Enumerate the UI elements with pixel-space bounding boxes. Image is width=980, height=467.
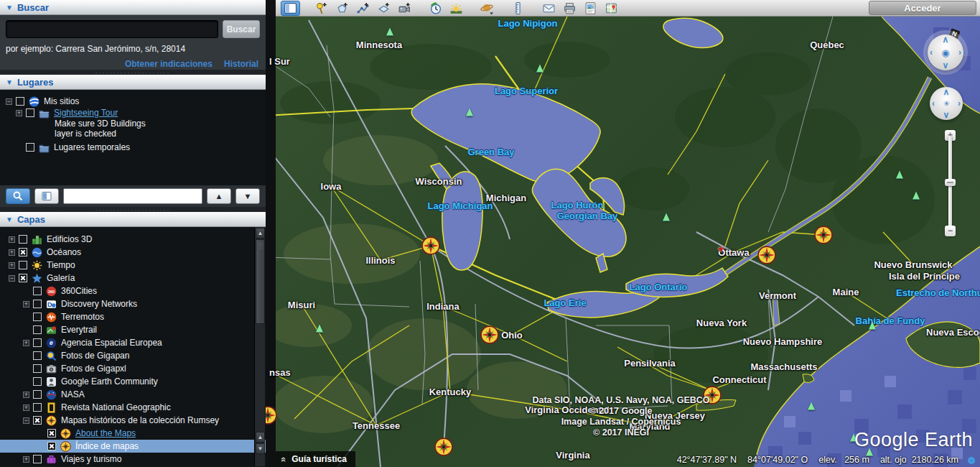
move-joystick[interactable]: ∧ ∨ ‹ › ✳ bbox=[930, 87, 963, 120]
layer-row[interactable]: Google Earth Community bbox=[0, 375, 254, 388]
layer-row[interactable]: Viajes al aire libre de Trimble bbox=[0, 466, 254, 466]
layer-row[interactable]: Everytrail bbox=[0, 323, 254, 336]
tour-guide-bar[interactable]: « Guía turística bbox=[276, 451, 355, 467]
expand-expander[interactable]: + bbox=[16, 110, 22, 116]
layer-checkbox[interactable] bbox=[19, 235, 27, 244]
expander[interactable]: + bbox=[23, 404, 29, 411]
layer-row[interactable]: +DDiscovery Networks bbox=[0, 297, 254, 310]
temporary-places-checkbox[interactable] bbox=[26, 143, 34, 152]
layer-row[interactable]: +Edificios 3D bbox=[0, 233, 254, 246]
search-input[interactable] bbox=[6, 20, 218, 38]
layer-row[interactable]: +Tiempo bbox=[0, 259, 254, 272]
add-path-button[interactable] bbox=[353, 1, 373, 16]
look-down-arrow[interactable]: ∨ bbox=[943, 60, 949, 70]
layer-row[interactable]: +NASA bbox=[0, 388, 254, 401]
layer-row[interactable]: Índice de mapas bbox=[0, 440, 266, 453]
move-up-arrow[interactable]: ∧ bbox=[943, 87, 950, 97]
look-right-arrow[interactable]: › bbox=[958, 47, 961, 57]
layer-checkbox[interactable] bbox=[33, 416, 42, 425]
move-down-arrow[interactable]: ∨ bbox=[943, 110, 950, 120]
layer-label[interactable]: About the Maps bbox=[75, 428, 136, 438]
layer-row[interactable]: −Galería bbox=[0, 272, 254, 285]
email-button[interactable] bbox=[539, 1, 559, 16]
scroll-down-button[interactable]: ▼ bbox=[256, 443, 265, 454]
places-panel-header[interactable]: ▼ Lugares bbox=[0, 75, 266, 90]
layer-row[interactable]: Terremotos bbox=[0, 310, 254, 323]
layer-row[interactable]: +Revista National Geographic bbox=[0, 401, 254, 414]
expander[interactable]: + bbox=[9, 249, 15, 256]
zoom-handle[interactable] bbox=[945, 179, 956, 186]
collapse-expander[interactable]: − bbox=[6, 98, 12, 105]
layer-checkbox[interactable] bbox=[33, 455, 42, 463]
layer-checkbox[interactable] bbox=[19, 274, 27, 282]
add-polygon-button[interactable] bbox=[332, 1, 352, 16]
add-placemark-button[interactable] bbox=[312, 1, 331, 16]
expander[interactable]: + bbox=[9, 236, 15, 243]
record-tour-button[interactable] bbox=[395, 1, 414, 16]
expander[interactable]: + bbox=[9, 262, 15, 269]
add-image-overlay-button[interactable] bbox=[374, 1, 393, 16]
scroll-up-button[interactable]: ▲ bbox=[256, 228, 265, 239]
layer-row[interactable]: 360360Cities bbox=[0, 285, 254, 297]
layer-row[interactable]: +eAgencia Espacial Europea bbox=[0, 336, 254, 349]
layer-checkbox[interactable] bbox=[33, 300, 42, 308]
panel-resize-grip[interactable]: ····················· bbox=[0, 207, 266, 212]
layer-row[interactable]: Fotos de Gigapan bbox=[0, 349, 254, 362]
layer-checkbox[interactable] bbox=[33, 364, 42, 373]
sidebar-map-divider[interactable] bbox=[266, 17, 276, 467]
look-joystick[interactable]: ∧ ∨ ‹ › ◉ bbox=[928, 34, 963, 70]
sign-in-button[interactable]: Acceder bbox=[869, 1, 976, 15]
my-places-checkbox[interactable] bbox=[16, 97, 24, 106]
sightseeing-checkbox[interactable] bbox=[26, 108, 34, 117]
history-link[interactable]: Historial bbox=[224, 59, 258, 69]
layer-checkbox[interactable] bbox=[33, 377, 42, 386]
layer-row[interactable]: −Mapas históricos de la colección Rumsey bbox=[0, 414, 254, 427]
historical-imagery-button[interactable] bbox=[426, 1, 445, 16]
get-directions-link[interactable]: Obtener indicaciones bbox=[125, 59, 213, 69]
layer-row[interactable]: About the Maps bbox=[0, 427, 254, 440]
layer-checkbox[interactable] bbox=[33, 338, 42, 347]
move-down-button[interactable]: ▼ bbox=[235, 188, 260, 204]
expander[interactable]: + bbox=[23, 301, 29, 308]
move-up-button[interactable]: ▲ bbox=[207, 188, 231, 204]
sunlight-button[interactable] bbox=[447, 1, 466, 16]
expander[interactable]: − bbox=[23, 417, 29, 424]
zoom-out-button[interactable]: − bbox=[945, 226, 956, 236]
layers-panel-header[interactable]: ▼ Capas bbox=[0, 212, 266, 227]
layer-checkbox[interactable] bbox=[19, 261, 27, 269]
save-image-button[interactable] bbox=[581, 1, 600, 16]
search-panel-header[interactable]: ▼ Buscar bbox=[0, 0, 266, 15]
view-in-maps-button[interactable] bbox=[602, 1, 621, 16]
move-left-arrow[interactable]: ‹ bbox=[932, 98, 935, 108]
layer-checkbox[interactable] bbox=[33, 403, 42, 412]
layer-row[interactable]: Fotos de Gigapxl bbox=[0, 362, 254, 375]
layer-checkbox[interactable] bbox=[33, 390, 42, 399]
layer-checkbox[interactable] bbox=[47, 442, 56, 450]
layer-row[interactable]: +Viajes y turismo bbox=[0, 453, 254, 466]
expander[interactable]: + bbox=[23, 392, 29, 398]
layer-checkbox[interactable] bbox=[33, 287, 42, 295]
look-up-arrow[interactable]: ∧ bbox=[943, 34, 949, 45]
print-button[interactable] bbox=[560, 1, 579, 16]
show-profile-button[interactable] bbox=[34, 188, 59, 204]
tree-item-my-places[interactable]: − Mis sitios bbox=[0, 96, 266, 107]
layer-checkbox[interactable] bbox=[33, 325, 42, 334]
expander[interactable]: + bbox=[23, 340, 29, 346]
scroll-thumb[interactable] bbox=[256, 239, 265, 324]
zoom-slider[interactable]: + − bbox=[945, 130, 956, 236]
tree-item-temporary-places[interactable]: Lugares temporales bbox=[0, 142, 266, 153]
map-viewport[interactable]: Lago NipigonMinnesotaQuebecl SurLago Sup… bbox=[266, 17, 980, 467]
layer-checkbox[interactable] bbox=[47, 429, 56, 438]
sidebar-toggle-button[interactable] bbox=[281, 1, 300, 16]
places-filter-input[interactable] bbox=[63, 188, 202, 204]
layer-checkbox[interactable] bbox=[33, 313, 42, 321]
search-button[interactable]: Buscar bbox=[223, 20, 260, 38]
expander[interactable]: + bbox=[23, 456, 29, 463]
panel-resize-grip[interactable]: ····················· bbox=[0, 70, 266, 75]
ruler-button[interactable] bbox=[508, 1, 528, 16]
tree-item-sightseeing-tour[interactable]: + Sightseeing Tour bbox=[0, 107, 266, 119]
search-places-button[interactable] bbox=[6, 188, 30, 204]
layer-row[interactable]: +Océanos bbox=[0, 246, 254, 259]
scroll-up-button-2[interactable]: ▲ bbox=[256, 432, 265, 443]
move-right-arrow[interactable]: › bbox=[958, 98, 961, 108]
